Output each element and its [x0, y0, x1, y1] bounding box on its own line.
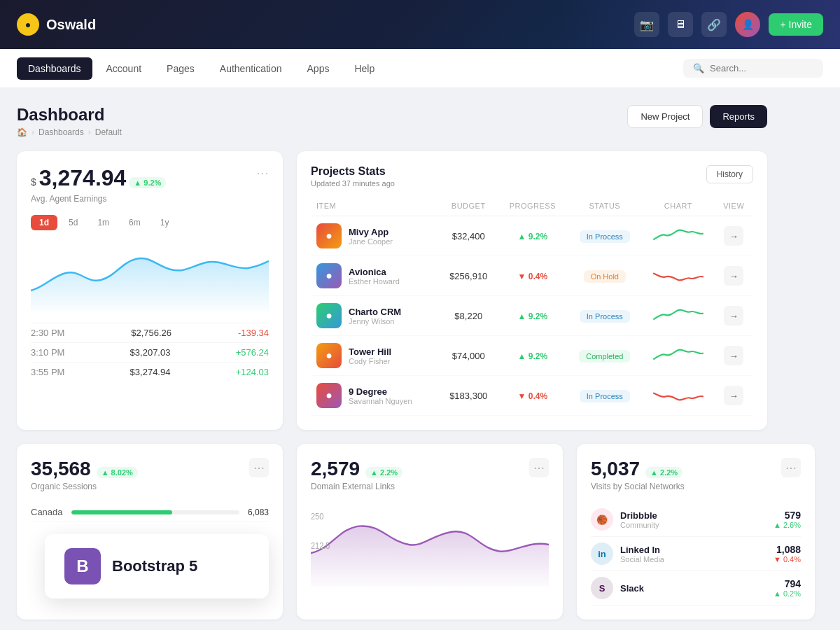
nav-item-account[interactable]: Account	[95, 57, 153, 80]
share-icon-btn[interactable]: 🔗	[701, 12, 727, 37]
project-status-1: On Hold	[567, 256, 642, 296]
view-arrow-0[interactable]: →	[724, 226, 743, 246]
map-row-canada: Canada 6,083	[31, 503, 269, 522]
nav-item-apps[interactable]: Apps	[296, 57, 341, 80]
time-filter-6m[interactable]: 6m	[120, 215, 149, 230]
nav-item-authentication[interactable]: Authentication	[209, 57, 293, 80]
organic-more-icon[interactable]: ⋯	[249, 458, 269, 477]
history-button[interactable]: History	[706, 165, 753, 183]
col-item: ITEM	[311, 199, 439, 216]
project-budget-1: $256,910	[439, 256, 498, 296]
time-filter-1m[interactable]: 1m	[89, 215, 118, 230]
project-name-4: 9 Degree	[349, 386, 412, 397]
map-area: Canada 6,083	[31, 503, 269, 522]
social-label: Visits by Social Networks	[591, 482, 685, 491]
project-progress-4: ▼ 0.4%	[498, 376, 567, 416]
project-name-1: Avionica	[349, 267, 400, 277]
social-card: 5,037 ▲ 2.2% Visits by Social Networks ⋯…	[577, 444, 815, 620]
time-filter-1y[interactable]: 1y	[152, 215, 178, 230]
organic-value: 35,568	[31, 458, 91, 480]
avatar[interactable]: 👤	[735, 12, 760, 37]
social-card-header: 5,037 ▲ 2.2% Visits by Social Networks ⋯	[591, 458, 801, 491]
project-status-3: Completed	[567, 336, 642, 376]
time-filters: 1d 5d 1m 6m 1y	[31, 215, 269, 230]
project-budget-0: $32,400	[439, 216, 498, 256]
page-header: Dashboard 🏠 › Dashboards › Default New P…	[17, 105, 767, 137]
project-view-btn-0[interactable]: →	[715, 216, 753, 256]
project-item-cell-2: ● Charto CRM Jenny Wilson	[311, 296, 439, 336]
top-nav: ● Oswald 📷 🖥 🔗 👤 + Invite	[0, 0, 840, 49]
project-icon-1: ●	[316, 263, 342, 288]
col-progress: PROGRESS	[498, 199, 567, 216]
social-value: 5,037	[591, 458, 640, 480]
project-status-0: In Process	[567, 216, 642, 256]
col-budget: BUDGET	[439, 199, 498, 216]
earnings-row-3: 3:55 PM $3,274.94 +124.03	[31, 362, 269, 382]
social-name-0: Dribbble	[620, 510, 659, 521]
project-name-3: Tower Hill	[349, 346, 391, 357]
project-progress-1: ▼ 0.4%	[498, 256, 567, 296]
project-chart-2	[642, 296, 714, 336]
project-status-4: In Process	[567, 376, 642, 416]
social-type-0: Community	[620, 521, 659, 529]
earnings-more-icon[interactable]: ⋯	[256, 165, 269, 181]
social-item: in Linked In Social Media 1,088 ▼ 0.4%	[591, 537, 801, 571]
table-row: ● Tower Hill Cody Fisher $74,000 ▲ 9.2% …	[311, 336, 753, 376]
project-progress-2: ▲ 9.2%	[498, 296, 567, 336]
invite-button[interactable]: + Invite	[769, 13, 823, 36]
project-person-2: Jenny Wilson	[349, 317, 401, 326]
domain-header: 2,579 ▲ 2.2% Domain External Links ⋯	[311, 458, 549, 491]
camera-icon-btn[interactable]: 📷	[634, 12, 659, 37]
project-name-0: Mivy App	[349, 227, 393, 237]
reports-button[interactable]: Reports	[710, 105, 767, 128]
bootstrap-overlay: B Bootstrap 5	[45, 534, 269, 598]
svg-text:250: 250	[311, 511, 324, 522]
social-change-0: ▲ 2.6%	[774, 521, 801, 529]
earnings-amount: $ 3,274.94 ▲ 9.2%	[31, 165, 166, 191]
view-arrow-1[interactable]: →	[724, 266, 743, 286]
secondary-nav: Dashboards Account Pages Authentication …	[0, 49, 840, 88]
project-item-cell-3: ● Tower Hill Cody Fisher	[311, 336, 439, 376]
earnings-rows: 2:30 PM $2,756.26 -139.34 3:10 PM $3,207…	[31, 323, 269, 382]
search-bar: 🔍	[683, 59, 823, 78]
view-arrow-3[interactable]: →	[724, 346, 743, 365]
social-count-1: 1,088	[774, 544, 801, 555]
social-icon-2: S	[591, 577, 613, 599]
nav-item-help[interactable]: Help	[343, 57, 386, 80]
col-view: VIEW	[715, 199, 753, 216]
earnings-value: 3,274.94	[39, 165, 127, 191]
search-input[interactable]	[710, 63, 813, 74]
social-badge: ▲ 2.2%	[645, 467, 682, 478]
amount-2: $3,207.03	[130, 347, 171, 358]
project-view-btn-1[interactable]: →	[715, 256, 753, 296]
project-view-btn-4[interactable]: →	[715, 376, 753, 416]
project-item-cell-1: ● Avionica Esther Howard	[311, 256, 439, 296]
view-arrow-2[interactable]: →	[724, 306, 743, 326]
nav-item-pages[interactable]: Pages	[155, 57, 206, 80]
time-filter-1d[interactable]: 1d	[31, 215, 57, 230]
social-name-2: Slack	[620, 583, 644, 594]
table-row: ● Avionica Esther Howard $256,910 ▼ 0.4%…	[311, 256, 753, 296]
time-filter-5d[interactable]: 5d	[60, 215, 86, 230]
status-badge-3: Completed	[579, 350, 630, 363]
nav-item-dashboards[interactable]: Dashboards	[17, 57, 92, 80]
col-status: STATUS	[567, 199, 642, 216]
social-type-1: Social Media	[620, 555, 664, 564]
social-name-1: Linked In	[620, 545, 664, 555]
earnings-chart	[31, 241, 269, 312]
project-view-btn-2[interactable]: →	[715, 296, 753, 336]
new-project-button[interactable]: New Project	[627, 105, 703, 128]
svg-text:212.5: 212.5	[311, 540, 330, 551]
view-arrow-4[interactable]: →	[724, 386, 743, 405]
project-view-btn-3[interactable]: →	[715, 336, 753, 376]
social-more-icon[interactable]: ⋯	[781, 458, 801, 477]
monitor-icon-btn[interactable]: 🖥	[668, 12, 693, 37]
project-chart-3	[642, 336, 714, 376]
project-status-2: In Process	[567, 296, 642, 336]
page-title-area: Dashboard 🏠 › Dashboards › Default	[17, 105, 122, 137]
organic-label: Organic Sessions	[31, 482, 138, 491]
domain-more-icon[interactable]: ⋯	[529, 458, 549, 477]
domain-card: 2,579 ▲ 2.2% Domain External Links ⋯	[297, 444, 563, 620]
social-item: 🏀 Dribbble Community 579 ▲ 2.6%	[591, 503, 801, 537]
project-icon-0: ●	[316, 223, 342, 248]
